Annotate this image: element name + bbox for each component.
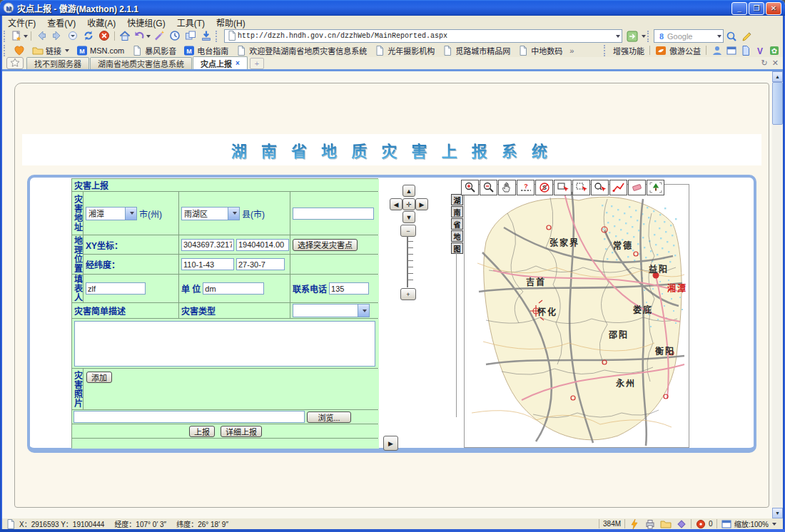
chevron-down-icon[interactable] [24,35,28,38]
pan-down-button[interactable]: ▼ [402,211,415,223]
bookmark-item-4[interactable]: 光年摄影机构 [370,45,438,56]
layer-tile-0[interactable]: 湖 [451,194,463,205]
disaster-type-select[interactable] [293,304,370,317]
forward-button[interactable] [49,29,65,43]
folder-icon[interactable] [660,518,672,530]
plugin-icon[interactable]: ✿ [769,45,780,56]
full-extent-button[interactable] [647,180,664,195]
latitude-input[interactable] [236,258,285,270]
longitude-input[interactable] [181,258,234,270]
chevron-down-icon[interactable] [616,35,620,38]
vertical-scrollbar[interactable]: ▲ ▼ [772,71,783,518]
tab-refresh-icon[interactable]: ↻ [761,58,768,68]
go-button[interactable] [624,29,640,43]
enhance-features-button[interactable]: 增强功能 [613,45,644,56]
minimize-button[interactable]: _ [731,2,747,15]
add-photo-button[interactable]: 添加 [86,372,112,383]
bookmarks-overflow-button[interactable]: » [566,46,577,55]
zoom-out-button[interactable] [480,180,497,195]
zoom-box-button[interactable] [591,180,609,195]
pan-center-button[interactable]: ✛ [402,198,415,210]
new-page-button[interactable] [10,29,29,43]
layer-tile-3[interactable]: 地 [451,230,463,242]
menu-item-3[interactable]: 快捷组(G) [121,16,171,29]
window-icon[interactable] [726,45,737,56]
layer-tile-4[interactable]: 图 [451,242,463,254]
layer-tile-2[interactable]: 省 [451,218,463,230]
chevron-down-icon[interactable] [717,35,721,38]
phone-input[interactable] [329,282,369,295]
x-coordinate-input[interactable] [181,239,234,251]
v-badge-icon[interactable]: V [754,45,766,56]
home-button[interactable] [117,29,133,43]
county-select[interactable]: 雨湖区 [181,207,240,220]
select-rect-button[interactable] [554,180,572,195]
menu-item-4[interactable]: 工具(T) [171,16,211,29]
scroll-thumb[interactable] [772,82,783,125]
title-bar[interactable]: M 灾点上报 - 傲游(Maxthon) 2.1.1 _ ❐ ✕ [0,0,785,16]
eraser-button[interactable] [628,180,646,195]
close-tab-icon[interactable]: × [236,59,240,67]
chevron-down-icon[interactable] [146,35,151,38]
blue-page-icon[interactable] [740,45,751,56]
collapse-panel-button[interactable]: ▶ [383,436,398,451]
bookmark-item-3[interactable]: 欢迎登陆湖南省地质灾害信息系统 [232,45,370,56]
tab-list-star-button[interactable] [6,57,24,69]
lightning-icon[interactable] [629,518,640,530]
zoom-out-step-button[interactable]: − [400,225,416,237]
stop-button[interactable] [96,29,112,43]
bookmark-item-1[interactable]: 暴风影音 [128,45,180,56]
search-button[interactable] [724,29,739,43]
popup-blocker-icon[interactable] [695,518,706,530]
pick-disaster-point-button[interactable]: 选择突发灾害点 [293,239,358,251]
pan-hand-button[interactable] [498,180,516,195]
layer-tile-1[interactable]: 南 [451,206,463,218]
close-button[interactable]: ✕ [766,2,781,15]
clock-button[interactable] [167,29,183,43]
tab-close-all-icon[interactable]: ✕ [772,58,779,68]
favorites-heart-button[interactable] [10,45,29,56]
search-input[interactable]: 8Google [654,29,724,43]
refresh-button[interactable] [81,29,96,43]
printer-icon[interactable] [644,518,656,530]
pan-up-button[interactable]: ▲ [402,185,415,197]
address-bar[interactable]: http://dzzh.hndh.gov.cn/dzzhWeb/MainRepo… [224,29,622,43]
user-icon[interactable] [711,45,723,56]
y-coordinate-input[interactable] [236,239,289,251]
new-tab-button[interactable]: + [250,58,264,69]
address-detail-input[interactable] [293,208,374,220]
zoom-in-button[interactable] [461,180,479,195]
photo-file-input[interactable] [74,411,305,423]
description-textarea[interactable] [74,321,375,367]
maximize-button[interactable]: ❐ [749,2,764,15]
zoom-in-step-button[interactable]: + [400,288,416,300]
highlight-button[interactable] [739,29,755,43]
detail-submit-button[interactable]: 详细上报 [221,426,262,437]
screen-capture-button[interactable] [183,29,198,43]
menu-item-0[interactable]: 文件(F) [2,16,41,29]
magic-wand-button[interactable] [151,29,167,43]
tab-1[interactable]: 湖南省地质灾害信息系统 [90,57,192,69]
city-select[interactable]: 湘潭 [86,207,137,220]
maxthon-charity-button[interactable]: 傲游公益 [669,45,701,56]
clear-select-button[interactable]: S [535,180,553,195]
map-area[interactable]: 张家界常德益阳湘潭吉首怀化娄底邵阳衡阳永州 [464,184,689,448]
undo-button[interactable] [133,29,151,43]
scroll-down-icon[interactable]: ▼ [772,508,783,518]
measure-button[interactable]: ? [517,180,535,195]
menu-item-5[interactable]: 帮助(H) [211,16,251,29]
history-dropdown-button[interactable] [65,29,81,43]
links-folder-button[interactable]: 链接 [29,45,73,56]
browse-button[interactable]: 浏览... [307,411,351,423]
pan-right-button[interactable]: ▶ [415,198,428,210]
download-button[interactable] [198,29,214,43]
back-button[interactable] [34,29,49,43]
bookmark-item-0[interactable]: MMSN.com [73,45,128,56]
bookmark-item-6[interactable]: 中地数码 [514,45,566,56]
bookmark-item-2[interactable]: M电台指南 [180,45,232,56]
diamond-icon[interactable] [676,518,687,530]
status-zoom[interactable]: 缩放:100% [716,519,780,528]
submit-button[interactable]: 上报 [189,426,215,437]
menu-item-2[interactable]: 收藏(A) [81,16,121,29]
tab-2[interactable]: 灾点上报× [193,56,248,69]
